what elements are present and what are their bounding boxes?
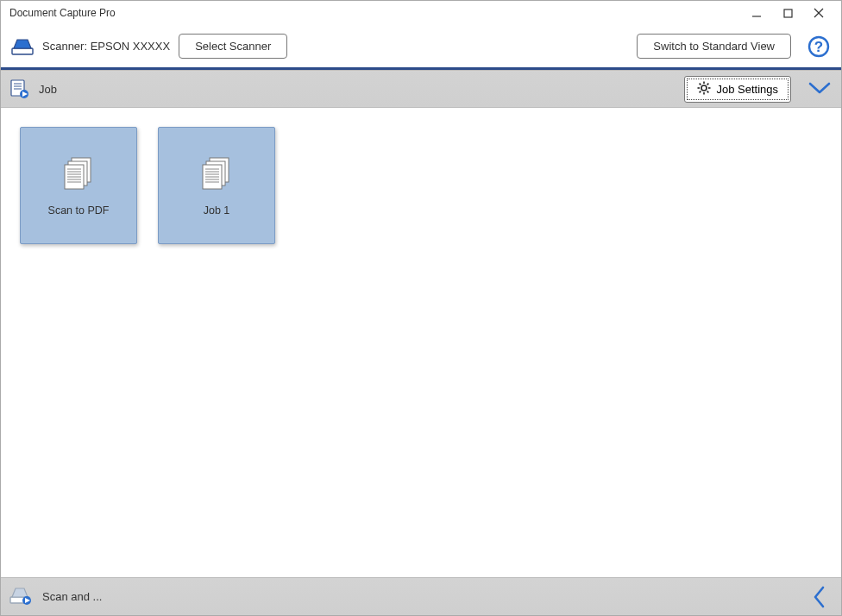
- select-scanner-button[interactable]: Select Scanner: [179, 34, 287, 59]
- help-icon[interactable]: ?: [807, 35, 831, 59]
- svg-line-20: [707, 83, 709, 85]
- scanner-icon: [11, 37, 34, 56]
- gear-icon: [697, 81, 711, 97]
- job-settings-button[interactable]: Job Settings: [684, 76, 791, 103]
- svg-line-19: [707, 91, 709, 92]
- svg-line-21: [700, 91, 701, 92]
- job-label: Job 1: [204, 204, 230, 217]
- title-bar: Document Capture Pro: [1, 1, 841, 25]
- scanner-toolbar: Scanner: EPSON XXXXX Select Scanner Swit…: [1, 25, 841, 70]
- svg-rect-1: [784, 9, 792, 17]
- svg-line-18: [700, 83, 701, 85]
- window-title: Document Capture Pro: [8, 7, 741, 19]
- footer-label: Scan and ...: [42, 590, 102, 603]
- job-grid: Scan to PDF Job 1: [1, 108, 841, 577]
- job-section-title: Job: [39, 83, 57, 96]
- svg-text:?: ?: [814, 39, 823, 55]
- footer-bar: Scan and ...: [1, 577, 841, 615]
- job-card-job1[interactable]: Job 1: [158, 127, 275, 244]
- maximize-button[interactable]: [772, 3, 803, 23]
- scanner-label: Scanner: EPSON XXXXX: [42, 40, 170, 53]
- scan-footer-icon: [9, 586, 32, 607]
- collapse-toggle[interactable]: [807, 76, 833, 102]
- svg-rect-4: [12, 48, 33, 54]
- close-button[interactable]: [803, 3, 834, 23]
- svg-point-13: [701, 85, 707, 91]
- minimize-button[interactable]: [741, 3, 772, 23]
- job-label: Scan to PDF: [48, 204, 110, 217]
- job-settings-label: Job Settings: [716, 83, 778, 96]
- job-card-scan-to-pdf[interactable]: Scan to PDF: [20, 127, 137, 244]
- footer-back-toggle[interactable]: [807, 584, 833, 610]
- job-section-header: Job Job Settings: [1, 70, 841, 108]
- document-stack-icon: [60, 154, 97, 192]
- document-stack-icon: [198, 154, 236, 192]
- switch-view-button[interactable]: Switch to Standard View: [637, 34, 791, 59]
- job-section-icon: [9, 79, 30, 99]
